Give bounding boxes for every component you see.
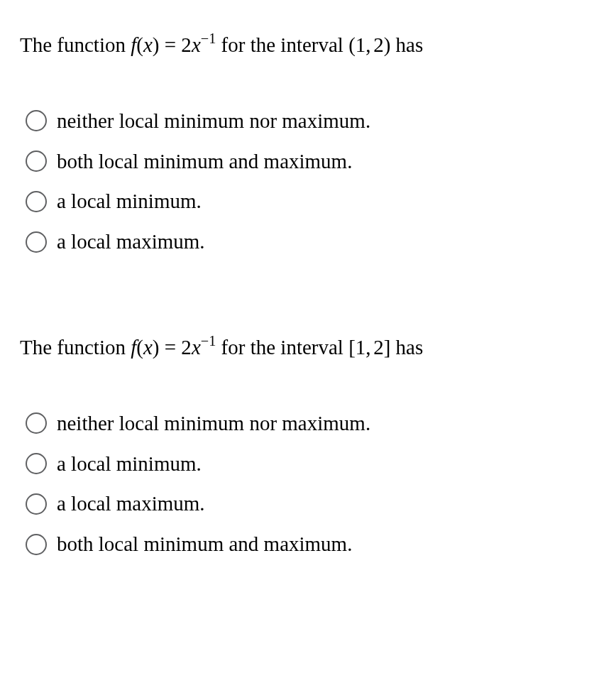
q2-paren-open: ( [136, 336, 143, 359]
q2-option-4[interactable]: both local minimum and maximum. [26, 532, 569, 557]
q2-option-3-label: a local maximum. [57, 491, 205, 516]
q2-xbase: x [192, 336, 201, 359]
q1-xbase: x [192, 33, 201, 56]
radio-icon [26, 534, 47, 555]
q1-option-2[interactable]: both local minimum and maximum. [26, 149, 569, 174]
q1-mid: for the interval (1, 2) has [216, 33, 423, 56]
q1-paren-close: ) [153, 33, 160, 56]
q2-paren-close: ) [153, 336, 160, 359]
q1-paren-open: ( [136, 33, 143, 56]
question-1: The function f(x) = 2x−1 for the interva… [20, 30, 569, 254]
q1-eq: = 2 [160, 33, 192, 56]
q1-x-arg: x [143, 33, 153, 56]
radio-icon [26, 453, 47, 474]
q2-mid: for the interval [1, 2] has [216, 336, 423, 359]
q2-exp: −1 [201, 333, 216, 349]
question-1-prompt: The function f(x) = 2x−1 for the interva… [20, 30, 569, 59]
q1-option-1[interactable]: neither local minimum nor maximum. [26, 109, 569, 133]
radio-icon [26, 231, 47, 253]
radio-icon [26, 151, 47, 172]
radio-icon [26, 191, 47, 212]
q2-option-1-label: neither local minimum nor maximum. [57, 411, 370, 436]
q1-pre: The function [20, 33, 131, 56]
q1-option-3[interactable]: a local minimum. [26, 189, 569, 214]
q2-option-1[interactable]: neither local minimum nor maximum. [26, 411, 569, 436]
radio-icon [26, 493, 47, 515]
q1-option-1-label: neither local minimum nor maximum. [57, 109, 370, 133]
radio-icon [26, 110, 47, 131]
q1-option-4[interactable]: a local maximum. [26, 229, 569, 254]
question-1-options: neither local minimum nor maximum. both … [20, 109, 569, 254]
question-2: The function f(x) = 2x−1 for the interva… [20, 332, 569, 557]
q1-option-2-label: both local minimum and maximum. [57, 149, 352, 174]
q2-option-2-label: a local minimum. [57, 452, 202, 476]
q2-x-arg: x [143, 336, 153, 359]
radio-icon [26, 412, 47, 434]
page: The function f(x) = 2x−1 for the interva… [0, 0, 589, 615]
q2-option-4-label: both local minimum and maximum. [57, 532, 352, 557]
q1-option-3-label: a local minimum. [57, 189, 202, 214]
q2-option-3[interactable]: a local maximum. [26, 491, 569, 516]
q1-option-4-label: a local maximum. [57, 229, 205, 254]
question-2-prompt: The function f(x) = 2x−1 for the interva… [20, 332, 569, 361]
q2-pre: The function [20, 336, 131, 359]
question-2-options: neither local minimum nor maximum. a loc… [20, 411, 569, 557]
q1-exp: −1 [201, 31, 216, 46]
q2-eq: = 2 [160, 336, 192, 359]
q2-option-2[interactable]: a local minimum. [26, 452, 569, 476]
